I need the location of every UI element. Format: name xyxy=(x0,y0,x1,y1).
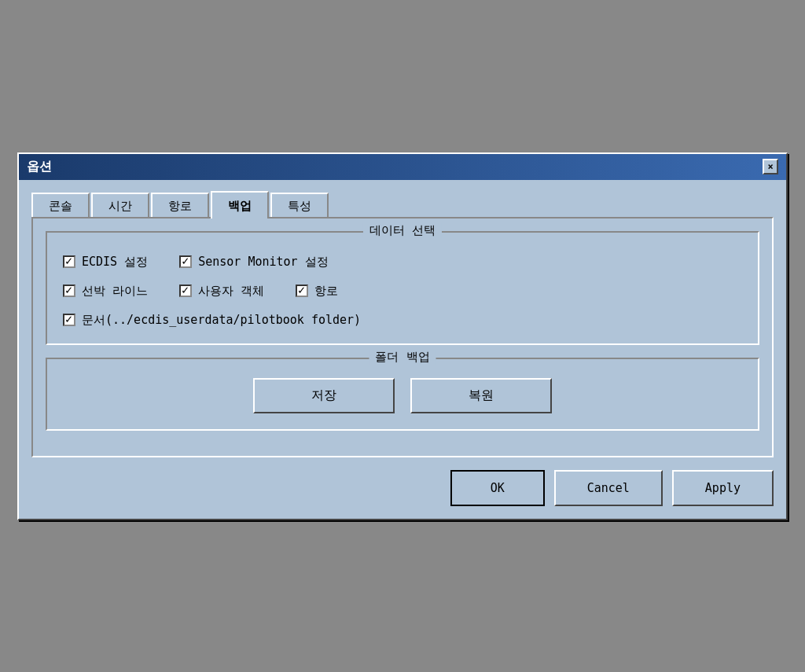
checkbox-ecdis[interactable] xyxy=(63,255,75,268)
checkbox-item-shipline: 선박 라이느 xyxy=(63,284,148,299)
options-window: 옵션 × 콘솔 시간 항로 백업 특성 데이터 선택 ECDIS 설정 xyxy=(17,152,788,520)
checkbox-item-sensor: Sensor Monitor 설정 xyxy=(179,255,328,270)
ok-button[interactable]: OK xyxy=(450,470,545,506)
save-button[interactable]: 저장 xyxy=(253,378,395,413)
checkbox-document-label: 문서(../ecdis_userdata/pilotbook folder) xyxy=(82,313,361,328)
window-body: 콘솔 시간 항로 백업 특성 데이터 선택 ECDIS 설정 xyxy=(19,180,786,519)
window-title: 옵션 xyxy=(27,159,52,175)
bottom-buttons: OK Cancel Apply xyxy=(31,457,774,506)
checkbox-userobject-label: 사용자 객체 xyxy=(198,284,264,299)
tab-properties[interactable]: 특성 xyxy=(270,193,329,218)
checkbox-route[interactable] xyxy=(296,285,308,297)
checkbox-line-3: 문서(../ecdis_userdata/pilotbook folder) xyxy=(63,313,742,328)
tab-console[interactable]: 콘솔 xyxy=(31,193,90,218)
checkbox-userobject[interactable] xyxy=(179,285,192,297)
restore-button[interactable]: 복원 xyxy=(410,378,552,413)
folder-backup-group: 폴더 백업 저장 복원 xyxy=(46,358,759,431)
checkbox-item-ecdis: ECDIS 설정 xyxy=(63,255,148,270)
content-area: 데이터 선택 ECDIS 설정 Sensor Monitor 설정 xyxy=(31,217,774,457)
tab-route[interactable]: 항로 xyxy=(151,193,209,218)
cancel-button[interactable]: Cancel xyxy=(554,470,663,506)
close-button[interactable]: × xyxy=(763,159,778,174)
checkbox-shipline[interactable] xyxy=(63,285,75,297)
tab-time[interactable]: 시간 xyxy=(91,193,149,218)
data-selection-group: 데이터 선택 ECDIS 설정 Sensor Monitor 설정 xyxy=(46,231,759,345)
folder-backup-title: 폴더 백업 xyxy=(369,350,436,365)
data-selection-title: 데이터 선택 xyxy=(363,223,442,238)
checkbox-line-1: ECDIS 설정 Sensor Monitor 설정 xyxy=(63,255,742,270)
checkbox-document[interactable] xyxy=(63,314,75,326)
checkbox-sensor-label: Sensor Monitor 설정 xyxy=(198,255,328,270)
checkbox-group: ECDIS 설정 Sensor Monitor 설정 선박 라이느 xyxy=(63,245,742,328)
checkbox-shipline-label: 선박 라이느 xyxy=(82,284,148,299)
checkbox-item-userobject: 사용자 객체 xyxy=(179,284,264,299)
checkbox-ecdis-label: ECDIS 설정 xyxy=(82,255,148,270)
tab-backup[interactable]: 백업 xyxy=(211,191,269,218)
backup-buttons: 저장 복원 xyxy=(63,372,742,413)
tab-bar: 콘솔 시간 항로 백업 특성 xyxy=(31,189,774,217)
checkbox-item-route: 항로 xyxy=(296,284,338,299)
title-bar: 옵션 × xyxy=(19,154,786,180)
checkbox-sensor[interactable] xyxy=(179,255,192,268)
checkbox-route-label: 항로 xyxy=(314,284,338,299)
checkbox-line-2: 선박 라이느 사용자 객체 항로 xyxy=(63,284,742,299)
apply-button[interactable]: Apply xyxy=(672,470,774,506)
checkbox-item-document: 문서(../ecdis_userdata/pilotbook folder) xyxy=(63,313,361,328)
